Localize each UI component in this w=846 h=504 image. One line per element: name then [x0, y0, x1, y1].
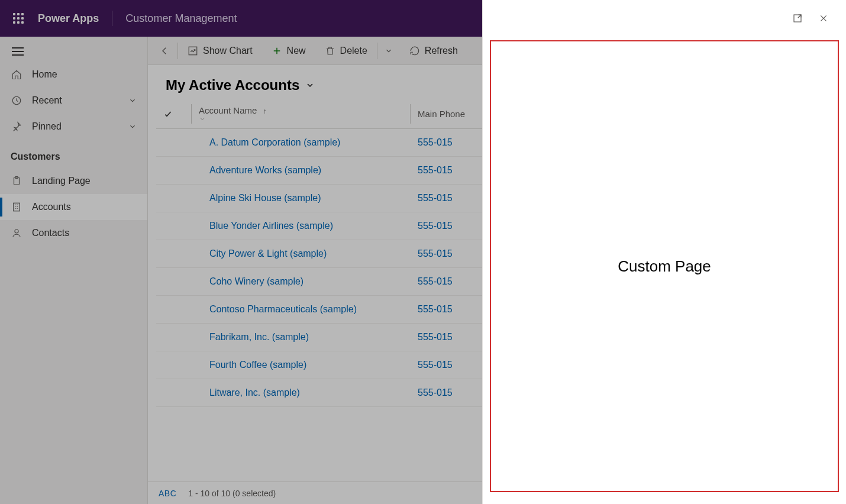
svg-point-4: [15, 230, 18, 233]
brand-name: Power Apps: [38, 12, 99, 25]
header-divider: [112, 11, 112, 26]
sidebar-item-landing-page[interactable]: Landing Page: [0, 168, 147, 194]
chart-icon: [188, 46, 198, 56]
cmd-refresh[interactable]: Refresh: [400, 37, 467, 64]
home-icon: [11, 69, 22, 80]
hamburger-icon: [12, 47, 24, 56]
expand-icon: [792, 13, 803, 24]
collapse-nav-button[interactable]: [0, 41, 147, 62]
nav-pinned[interactable]: Pinned: [0, 114, 147, 140]
row-select[interactable]: [156, 185, 192, 212]
account-name-cell[interactable]: Fourth Coffee (sample): [192, 351, 411, 379]
nav-pinned-label: Pinned: [32, 121, 62, 132]
sidebar-item-label: Landing Page: [32, 176, 91, 186]
row-select[interactable]: [156, 268, 192, 296]
row-select[interactable]: [156, 212, 192, 240]
record-range: 1 - 10 of 10 (0 selected): [188, 489, 276, 498]
account-name-cell[interactable]: Adventure Works (sample): [192, 157, 411, 185]
clipboard-icon: [11, 175, 22, 187]
cmd-refresh-label: Refresh: [425, 46, 458, 56]
chevron-down-icon: [383, 46, 394, 56]
account-name-cell[interactable]: Alpine Ski House (sample): [192, 185, 411, 212]
jump-bar-abc[interactable]: ABC: [159, 489, 176, 498]
plus-icon: [272, 46, 282, 56]
column-main-phone-label: Main Phone: [418, 109, 465, 119]
chevron-down-icon: [305, 80, 315, 90]
site-map-sidebar: Home Recent Pinned Customers: [0, 37, 148, 504]
sidebar-item-contacts[interactable]: Contacts: [0, 220, 147, 246]
cmd-delete-label: Delete: [340, 46, 367, 56]
account-name-cell[interactable]: Litware, Inc. (sample): [192, 379, 411, 407]
column-account-name[interactable]: Account Name ↑: [192, 99, 411, 129]
arrow-left-icon: [159, 46, 170, 56]
view-title-text: My Active Accounts: [166, 77, 299, 93]
clock-icon: [11, 95, 22, 106]
back-button[interactable]: [151, 37, 177, 64]
building-icon: [11, 201, 22, 213]
account-name-cell[interactable]: Blue Yonder Airlines (sample): [192, 212, 411, 240]
checkmark-icon: [163, 109, 185, 119]
side-dialog-panel: Custom Page: [482, 0, 846, 504]
row-select[interactable]: [156, 296, 192, 324]
chevron-down-icon: [128, 96, 137, 105]
row-select[interactable]: [156, 351, 192, 379]
column-account-name-label: Account Name: [199, 105, 257, 115]
row-select[interactable]: [156, 240, 192, 268]
cmd-delete-split[interactable]: [377, 37, 400, 64]
account-name-cell[interactable]: Contoso Pharmaceuticals (sample): [192, 296, 411, 324]
account-name-cell[interactable]: Fabrikam, Inc. (sample): [192, 324, 411, 351]
custom-page-label: Custom Page: [618, 257, 711, 276]
row-select[interactable]: [156, 379, 192, 407]
nav-recent[interactable]: Recent: [0, 88, 147, 114]
nav-home-label: Home: [32, 69, 57, 80]
app-launcher-button[interactable]: [5, 5, 32, 32]
chevron-down-icon: [199, 115, 403, 122]
person-icon: [11, 227, 22, 239]
chevron-down-icon: [128, 122, 137, 131]
cmd-show-chart[interactable]: Show Chart: [178, 37, 262, 64]
sidebar-item-label: Accounts: [32, 202, 71, 212]
close-dialog-button[interactable]: [813, 8, 834, 29]
pin-icon: [11, 121, 22, 133]
cmd-new[interactable]: New: [262, 37, 315, 64]
sidebar-section-customers: Customers: [0, 140, 147, 168]
trash-icon: [325, 46, 335, 56]
expand-dialog-button[interactable]: [787, 8, 808, 29]
account-name-cell[interactable]: Coho Winery (sample): [192, 268, 411, 296]
sidebar-item-label: Contacts: [32, 228, 69, 238]
close-icon: [819, 14, 828, 23]
cmd-delete[interactable]: Delete: [315, 37, 377, 64]
sidebar-item-accounts[interactable]: Accounts: [0, 194, 147, 220]
sort-asc-icon: ↑: [263, 107, 267, 115]
account-name-cell[interactable]: City Power & Light (sample): [192, 240, 411, 268]
refresh-icon: [409, 46, 420, 56]
account-name-cell[interactable]: A. Datum Corporation (sample): [192, 129, 411, 157]
row-select[interactable]: [156, 157, 192, 185]
app-name: Customer Management: [125, 12, 237, 25]
cmd-new-label: New: [287, 46, 306, 56]
select-all-header[interactable]: [156, 99, 192, 129]
svg-rect-3: [14, 203, 20, 211]
row-select[interactable]: [156, 324, 192, 351]
waffle-icon: [13, 13, 24, 24]
custom-page-host: Custom Page: [490, 40, 839, 492]
cmd-show-chart-label: Show Chart: [203, 46, 253, 56]
nav-recent-label: Recent: [32, 95, 62, 106]
nav-home[interactable]: Home: [0, 62, 147, 88]
row-select[interactable]: [156, 129, 192, 157]
